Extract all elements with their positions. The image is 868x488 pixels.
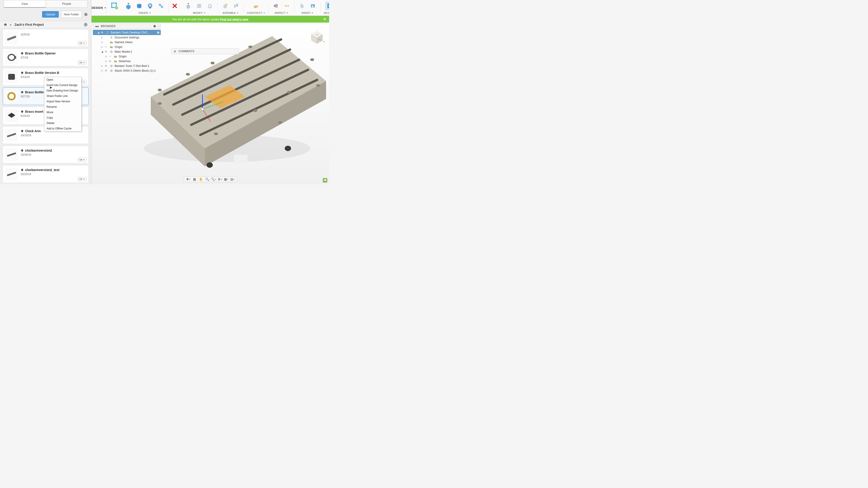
file-item[interactable]: clockarmversion2 10/28/19 V4▼	[3, 146, 89, 163]
construct-plane-button[interactable]	[252, 2, 260, 10]
close-icon[interactable]: ✕	[323, 17, 327, 22]
tree-root[interactable]: ◢ 👁 Bantam Tools Desktop CNC...	[93, 30, 161, 35]
ctx-insert-current[interactable]: Insert into Current Design	[44, 83, 81, 88]
version-dropdown[interactable]: V3▼	[78, 177, 87, 181]
home-icon[interactable]	[4, 23, 7, 26]
chat-icon[interactable]: 💬	[323, 178, 327, 183]
viewcube[interactable]: TOP RIGHT Z	[309, 29, 325, 46]
grip-icon[interactable]: ⦀	[158, 25, 159, 28]
fillet-button[interactable]	[195, 2, 204, 10]
svg-line-25	[160, 5, 162, 7]
breadcrumb: ▶ Zach's First Project	[0, 21, 91, 28]
insert-decal-button[interactable]	[309, 2, 317, 10]
svg-point-14	[116, 2, 117, 4]
comments-panel[interactable]: ⊕ COMMENTS	[171, 48, 239, 54]
file-title: clockarmversion2	[25, 149, 52, 152]
joint-button[interactable]	[232, 2, 240, 10]
measure-color-button[interactable]	[272, 2, 280, 10]
file-thumbnail	[5, 148, 18, 161]
new-component-button[interactable]	[221, 2, 229, 10]
upload-button[interactable]: Upload	[42, 11, 59, 18]
svg-line-76	[323, 41, 324, 42]
file-title: Brass Insert	[25, 110, 43, 113]
pan-button[interactable]: ✋	[198, 177, 204, 182]
group-label-modify[interactable]: MODIFY▼	[193, 11, 205, 15]
component-icon	[110, 69, 113, 72]
ctx-rename[interactable]: Rename	[44, 104, 81, 109]
extrude-button[interactable]	[124, 2, 133, 10]
tree-origin[interactable]: ▷ 👁 Origin	[93, 44, 161, 49]
group-label-assemble[interactable]: ASSEMBLE▼	[222, 11, 239, 15]
file-date: 3/7/19	[21, 56, 86, 59]
version-dropdown[interactable]: V4▼	[78, 158, 87, 162]
grid-button[interactable]: ▦▾	[223, 177, 229, 182]
workspace-dropdown[interactable]: DESIGN▼	[92, 0, 106, 15]
ctx-open[interactable]: Open	[44, 77, 81, 83]
file-thumbnail	[5, 51, 18, 64]
file-date: 10/15/18	[21, 134, 86, 137]
svg-rect-9	[7, 152, 16, 157]
browser-title: BROWSER	[101, 25, 151, 28]
gear-icon[interactable]	[84, 13, 88, 16]
orbit-button[interactable]: ✥▾	[185, 177, 191, 182]
svg-point-56	[158, 102, 162, 105]
tree-main-model[interactable]: ◢ 👁 Main Model:1	[93, 49, 161, 54]
project-title[interactable]: Zach's First Project	[14, 23, 81, 26]
tab-people[interactable]: People	[46, 0, 88, 8]
fit-button[interactable]: 🔍▾	[211, 177, 217, 182]
viewport-button[interactable]: ▤▾	[230, 177, 236, 182]
loft-button[interactable]	[157, 2, 165, 10]
tree-named-views[interactable]: ▷ Named Views	[93, 40, 161, 44]
file-item[interactable]: clockarmversion2_test 10/25/18 V3▼	[3, 165, 89, 183]
group-label-insert[interactable]: INSERT▼	[302, 11, 313, 15]
delete-button[interactable]	[170, 2, 179, 10]
ctx-delete[interactable]: Delete	[44, 121, 81, 126]
measure-button[interactable]	[283, 2, 291, 10]
ctx-copy[interactable]: Copy	[44, 115, 81, 121]
press-pull-button[interactable]	[184, 2, 193, 10]
ctx-import-version[interactable]: Import New Version	[44, 99, 81, 104]
collapse-icon[interactable]: ◀◀	[95, 25, 98, 28]
file-item[interactable]: Brass Bottle Opener 3/7/19 V5▼	[3, 48, 89, 66]
svg-point-68	[207, 162, 213, 168]
svg-point-78	[111, 37, 112, 38]
activate-radio[interactable]	[157, 31, 160, 34]
new-folder-button[interactable]: New Folder	[61, 11, 82, 18]
svg-rect-22	[149, 6, 151, 8]
group-label-inspect[interactable]: INSPECT▼	[275, 11, 288, 15]
banner-text: You are all set with the latest update.	[172, 18, 220, 21]
tree-mm-origin[interactable]: ▷ 👁 Origin	[93, 54, 161, 59]
ctx-move[interactable]: Move	[44, 109, 81, 115]
look-at-button[interactable]: ▦	[192, 177, 197, 182]
file-item[interactable]: 3/25/19 V2▼	[3, 29, 89, 47]
shell-button[interactable]	[206, 2, 214, 10]
tab-data[interactable]: Data	[4, 0, 46, 8]
ctx-new-drawing[interactable]: New Drawing from Design	[44, 88, 81, 93]
ctx-offline-cache[interactable]: Add to Offline Cache	[44, 126, 81, 131]
version-dropdown[interactable]: V2▼	[78, 41, 87, 45]
tree-mm-sketches[interactable]: ▷ 👁 Sketches	[93, 59, 161, 64]
sweep-button[interactable]	[146, 2, 154, 10]
version-dropdown[interactable]: V5▼	[78, 61, 87, 65]
select-button[interactable]	[326, 2, 329, 10]
svg-rect-12	[112, 3, 116, 7]
plus-icon[interactable]: ⊕	[174, 50, 176, 53]
pin-icon[interactable]	[153, 25, 156, 27]
browser-header[interactable]: ◀◀ BROWSER ⦀	[93, 24, 161, 29]
globe-icon[interactable]	[84, 23, 88, 27]
banner-link[interactable]: Find out what's new.	[220, 18, 249, 21]
tree-stock[interactable]: ▷ 👁 Stock 3X6X.5 Delrin Block (1):1	[93, 68, 161, 73]
group-label-select[interactable]: SELECT▼	[324, 11, 329, 15]
zoom-button[interactable]: 🔍	[204, 177, 210, 182]
create-sketch-button[interactable]	[110, 2, 120, 10]
update-banner: You are all set with the latest update. …	[92, 16, 329, 23]
revolve-button[interactable]	[135, 2, 144, 10]
file-thumbnail	[5, 168, 18, 180]
tree-doc-settings[interactable]: ▷ Document Settings	[93, 35, 161, 40]
group-label-construct[interactable]: CONSTRUCT▼	[247, 11, 265, 15]
ctx-share-link[interactable]: Share Public Link	[44, 93, 81, 99]
tree-tslot[interactable]: ▷ 👁 Bantam Tools T-Slot Bed:1	[93, 64, 161, 68]
group-label-create[interactable]: CREATE▼	[138, 11, 151, 15]
insert-derive-button[interactable]	[298, 2, 306, 10]
display-button[interactable]: 🖥▾	[217, 177, 223, 182]
